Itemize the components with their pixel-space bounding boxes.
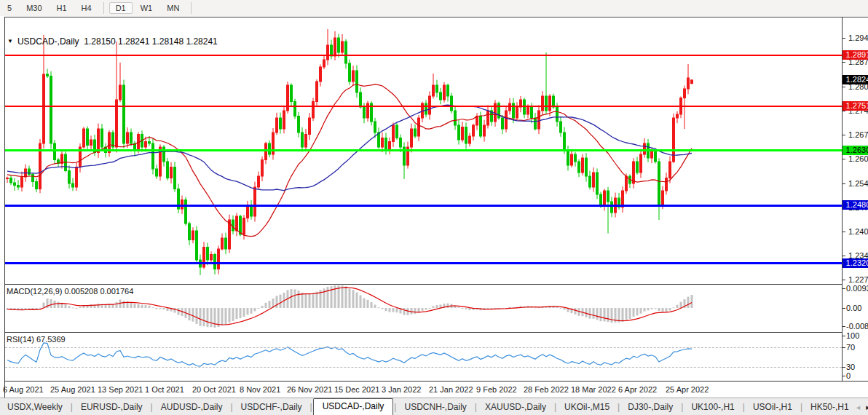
price-axis-label: 1.22760: [848, 275, 868, 284]
macd-axis-tick: [842, 308, 845, 309]
toolbar-separator: [103, 2, 104, 14]
date-axis-label: 21 Jan 2022: [429, 385, 473, 394]
timeframe-button-D1[interactable]: D1: [109, 2, 133, 14]
rsi-level-70: [5, 347, 842, 348]
price-axis-tick: [842, 183, 845, 184]
rsi-axis-label: 0: [846, 371, 851, 380]
tab-separator: |: [394, 402, 396, 412]
price-axis-tick: [842, 38, 845, 39]
chart-dropdown-icon[interactable]: ▼: [7, 38, 13, 44]
tab-bar: USDX,Weekly|EURUSD-,Daily|AUDUSD-,Daily|…: [0, 398, 868, 415]
rsi-axis-tick: [842, 376, 845, 376]
tab-usdx-weekly[interactable]: USDX,Weekly: [0, 400, 70, 414]
chart-title-symbol: USDCAD-,Daily: [17, 36, 79, 47]
tab-scroll-arrows: ◂▸: [856, 403, 868, 412]
price-axis-label: 1.26080: [848, 154, 868, 163]
macd-axis-label: 0.009345: [846, 284, 868, 293]
tab-separator: |: [475, 402, 477, 412]
price-tag-1.26303: 1.26303: [843, 146, 868, 155]
price-tag-1.24800: 1.24800: [843, 200, 868, 210]
horizontal-level-line-1.27515[interactable]: [5, 106, 842, 107]
chart-left-border: [4, 17, 5, 398]
tab-usdcnh-daily[interactable]: USDCNH-,Daily: [397, 400, 473, 414]
tab-xauusd-daily[interactable]: XAUUSD-,Daily: [478, 400, 553, 414]
timeframe-button-H1[interactable]: H1: [50, 2, 74, 14]
tab-separator: |: [230, 402, 232, 412]
price-axis-tick: [842, 256, 845, 256]
timeframe-button-W1[interactable]: W1: [134, 2, 159, 14]
tab-usdchf-daily[interactable]: USDCHF-,Daily: [234, 400, 309, 414]
tab-eurusd-daily[interactable]: EURUSD-,Daily: [74, 400, 150, 414]
price-axis-tick: [842, 159, 845, 159]
date-axis-label: 25 Aug 2021: [50, 385, 95, 394]
macd-axis-tick: [842, 288, 845, 289]
tab-usoil-h1[interactable]: USOil-,H1: [746, 400, 800, 414]
macd-label: MACD(12,26,9) 0.005208 0.001764: [7, 287, 133, 296]
tab-scroll-left-icon[interactable]: ◂: [856, 403, 861, 411]
macd-panel-top-border: [4, 284, 842, 285]
tab-separator: |: [800, 402, 802, 412]
tab-separator: |: [151, 402, 153, 412]
tab-hk50-h1[interactable]: HK50-,H1: [803, 400, 856, 414]
timeframe-button-MN[interactable]: MN: [160, 2, 186, 14]
tab-separator: |: [71, 402, 73, 412]
rsi-level-30: [5, 367, 842, 368]
date-axis-label: 13 Sep 2021: [98, 385, 143, 394]
rsi-axis-label: 30: [846, 363, 855, 371]
price-chart-canvas[interactable]: [0, 16, 868, 398]
horizontal-level-line-1.23203[interactable]: [5, 262, 842, 264]
tab-uk100-h1[interactable]: UK100-,H1: [684, 400, 741, 414]
price-axis-tick: [842, 232, 845, 232]
horizontal-level-line-1.28912[interactable]: [5, 55, 842, 56]
timeframe-toolbar: 5M30H1H4D1W1MN: [0, 0, 868, 16]
timeframe-button-5[interactable]: 5: [1, 2, 18, 14]
price-axis-label: 1.29400: [848, 33, 868, 42]
date-axis-border: [4, 381, 868, 382]
price-axis-label: 1.24080: [848, 227, 868, 236]
macd-axis-label: 0.00: [846, 304, 861, 312]
rsi-series: [7, 343, 692, 366]
tab-separator: |: [681, 402, 683, 412]
tab-separator: |: [310, 402, 312, 412]
price-axis-label: 1.25400: [848, 179, 868, 188]
date-axis-label: 15 Dec 2021: [334, 385, 379, 394]
price-tag-1.28241: 1.28241: [843, 75, 868, 84]
horizontal-level-line-1.26303[interactable]: [5, 149, 842, 151]
rsi-axis-tick: [842, 336, 845, 336]
date-axis-label: 20 Oct 2021: [192, 385, 236, 394]
date-axis-label: 6 Apr 2022: [618, 385, 657, 394]
chart-title: ▼USDCAD-,Daily 1.28150 1.28241 1.28148 1…: [7, 36, 218, 47]
price-axis-tick: [842, 87, 845, 87]
chart-window[interactable]: ▼USDCAD-,Daily 1.28150 1.28241 1.28148 1…: [0, 16, 868, 398]
horizontal-level-line-1.248[interactable]: [5, 205, 842, 207]
date-axis-label: 9 Feb 2022: [476, 385, 517, 394]
timeframe-button-M30[interactable]: M30: [20, 2, 48, 14]
tab-separator: |: [554, 402, 556, 412]
rsi-axis-tick: [842, 347, 845, 348]
date-axis-label: 8 Nov 2021: [240, 385, 280, 394]
price-tag-1.28912: 1.28912: [843, 50, 868, 60]
chart-top-border: [4, 17, 868, 17]
tab-usdcad-daily[interactable]: USDCAD-,Daily: [313, 398, 394, 415]
rsi-axis-label: 100: [846, 331, 859, 340]
rsi-axis-label: 70: [846, 343, 855, 352]
price-axis-tick: [842, 280, 845, 280]
toolbar-separator: [191, 2, 192, 14]
rsi-label: RSI(14) 67.5369: [7, 335, 66, 344]
price-tag-1.23203: 1.23203: [843, 258, 868, 268]
tab-separator: |: [743, 402, 745, 412]
timeframe-button-H4[interactable]: H4: [75, 2, 98, 14]
tab-dj30-daily[interactable]: DJ30-,Daily: [620, 400, 680, 414]
tab-separator: |: [618, 402, 620, 412]
candlestick-series: [7, 29, 693, 275]
macd-axis-tick: [842, 326, 845, 327]
rsi-panel-top-border: [4, 332, 842, 333]
tab-ukoil-m15[interactable]: UKOil-,M15: [557, 400, 617, 414]
date-axis-label: 28 Feb 2022: [524, 385, 569, 394]
date-axis-label: 18 Mar 2022: [571, 385, 616, 394]
date-axis-label: 1 Oct 2021: [145, 385, 184, 394]
ma-fast-line: [7, 84, 692, 237]
date-axis-label: 26 Nov 2021: [287, 385, 332, 394]
tab-audusd-daily[interactable]: AUDUSD-,Daily: [154, 400, 230, 414]
price-tag-1.27515: 1.27515: [843, 101, 868, 111]
